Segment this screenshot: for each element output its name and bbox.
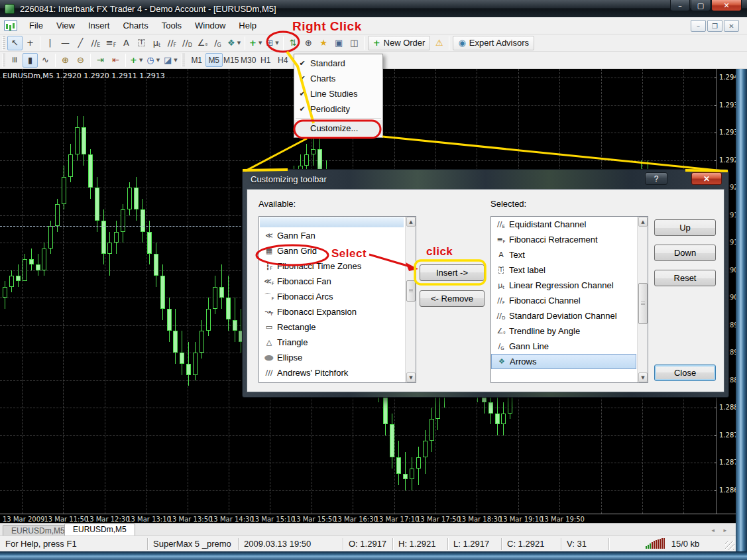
available-item-ellipse[interactable]: ●Ellipse	[259, 350, 404, 365]
fibonacci-retracement-button[interactable]: ≡F	[103, 36, 119, 50]
selected-item-fibonacci-retracement[interactable]: ≡FFibonacci Retracement	[491, 232, 636, 247]
chart-profiles-dropdown-icon[interactable]: ▼	[275, 40, 278, 46]
remove-button[interactable]: <- Remove	[420, 290, 485, 307]
up-button[interactable]: Up	[654, 219, 716, 236]
mdi-close-button[interactable]: ✕	[724, 20, 739, 32]
arrows-dropdown-icon[interactable]: ▼	[237, 40, 241, 46]
periodicity-m1-button[interactable]: M1	[188, 53, 205, 67]
periodicity-m15-button[interactable]: M15	[223, 53, 240, 67]
selected-item-standard-deviation-channel[interactable]: //DStandard Deviation Channel	[491, 308, 636, 323]
linear-regression-channel-button[interactable]: μt	[149, 36, 164, 50]
crosshair-target-button[interactable]: ⊕	[301, 36, 316, 50]
selected-item-arrows[interactable]: ❖Arrows	[491, 354, 636, 369]
toolbar-grip[interactable]	[182, 54, 185, 67]
periodicity-m5-button[interactable]: M5	[205, 53, 223, 67]
crosshair-button[interactable]: +	[23, 36, 38, 50]
dialog-help-button[interactable]: ?	[645, 172, 667, 185]
warning-button[interactable]: ⚠	[431, 36, 447, 50]
selected-item-equidistant-channel[interactable]: //EEquidistant Channel	[491, 217, 636, 232]
context-menu-item-charts[interactable]: ✔Charts	[294, 71, 382, 86]
menu-item-window[interactable]: Window	[188, 18, 232, 33]
gann-line-button[interactable]: /G	[210, 36, 225, 50]
horizontal-line-button[interactable]: —	[58, 36, 73, 50]
expert-advisors-button[interactable]: ◉Expert Advisors	[453, 36, 534, 50]
insert-button[interactable]: Insert ->	[420, 264, 485, 281]
chart-profiles-button[interactable]: ⊞▼	[264, 36, 280, 50]
maximize-button[interactable]: ▢	[691, 0, 711, 11]
fibonacci-channel-button[interactable]: //F	[164, 36, 180, 50]
periods-clock-button[interactable]: ◷▼	[144, 53, 162, 68]
available-item-gann-fan[interactable]: ≪Gann Fan	[259, 228, 404, 243]
templates-button[interactable]: ◪▼	[162, 53, 180, 68]
text-label-button[interactable]: T	[134, 36, 149, 50]
available-item-fibonacci-arcs[interactable]: ⌒FFibonacci Arcs	[259, 289, 404, 304]
scroll-down-icon[interactable]: ▼	[406, 372, 416, 382]
selected-item-fibonacci-channel[interactable]: //FFibonacci Channel	[491, 293, 636, 308]
selected-listbox[interactable]: //EEquidistant Channel≡FFibonacci Retrac…	[490, 216, 648, 383]
context-menu-item-periodicity[interactable]: ✔Periodicity	[294, 101, 382, 117]
trendline-button[interactable]: ╱	[73, 36, 88, 50]
cursor-button[interactable]: ↖	[7, 36, 23, 50]
candlestick-chart-button[interactable]: ▮	[23, 53, 38, 68]
periodicity-h4-button[interactable]: H4	[274, 53, 292, 67]
menu-item-insert[interactable]: Insert	[82, 18, 117, 33]
bar-chart-button[interactable]: ≡	[7, 53, 23, 68]
toolbar-grip[interactable]	[2, 54, 5, 67]
trendline-by-angle-button[interactable]: ∠º	[195, 36, 210, 50]
new-chart-dropdown-icon[interactable]: ▼	[259, 40, 262, 46]
mdi-minimize-button[interactable]: –	[691, 20, 706, 32]
periodicity-h1-button[interactable]: H1	[257, 53, 274, 67]
menu-item-help[interactable]: Help	[232, 18, 263, 33]
selected-item-gann-line[interactable]: /GGann Line	[491, 339, 636, 354]
toolbar-grip[interactable]	[2, 36, 5, 50]
time-axis[interactable]: 13 Mar 200913 Mar 11:5013 Mar 12:3013 Ma…	[0, 514, 736, 523]
mdi-restore-button[interactable]: ❐	[707, 20, 722, 32]
line-chart-button[interactable]: ∿	[38, 53, 53, 68]
equidistant-channel-button[interactable]: //E	[88, 36, 103, 50]
selected-scrollbar[interactable]: ▲ ▼	[637, 217, 648, 382]
available-item-rectangle[interactable]: ▭Rectangle	[259, 319, 404, 335]
chart-shift-button[interactable]: ⇤	[108, 53, 123, 68]
tab-scroll-right-icon[interactable]: ▸	[723, 527, 726, 533]
zoom-in-button[interactable]: ⊕	[58, 53, 73, 68]
vertical-line-button[interactable]: |	[42, 36, 58, 50]
menu-item-file[interactable]: File	[23, 18, 50, 33]
menu-item-view[interactable]: View	[50, 18, 82, 33]
context-menu-item-line-studies[interactable]: ✔Line Studies	[294, 86, 382, 101]
listbox-filter-row[interactable]	[260, 217, 404, 227]
new-order-button[interactable]: +New Order	[368, 36, 431, 50]
chart-tab-2[interactable]: EURUSDm,M5	[64, 524, 135, 536]
auto-scroll-button[interactable]: ⇥	[93, 53, 108, 68]
resize-grip[interactable]	[725, 541, 734, 550]
periodicity-m30-button[interactable]: M30	[240, 53, 257, 67]
new-chart-button[interactable]: +▼	[247, 36, 264, 50]
available-item-triangle[interactable]: △Triangle	[259, 335, 404, 350]
periods-clock-dropdown-icon[interactable]: ▼	[156, 58, 160, 63]
menu-item-tools[interactable]: Tools	[155, 18, 188, 33]
minimize-button[interactable]: –	[670, 0, 690, 11]
available-item-fibonacci-expansion[interactable]: ↝FFibonacci Expansion	[259, 304, 404, 319]
available-item-fibonacci-time-zones[interactable]: ┇FFibonacci Time Zones	[259, 258, 404, 274]
selected-item-text[interactable]: AText	[491, 247, 636, 262]
context-menu-item-customize[interactable]: Customize...	[294, 120, 382, 136]
indicators-button[interactable]: +▼	[128, 53, 144, 68]
available-item-andrews-pitchfork[interactable]: ///Andrews' Pitchfork	[259, 365, 404, 380]
zoom-out-button[interactable]: ⊖	[73, 53, 88, 68]
tab-scroll-left-icon[interactable]: ◂	[711, 527, 715, 533]
favorites-button[interactable]: ★	[316, 36, 331, 50]
scroll-up-icon[interactable]: ▲	[638, 217, 648, 227]
journal-button[interactable]: ▣	[331, 36, 347, 50]
scroll-up-icon[interactable]: ▲	[406, 217, 416, 227]
available-listbox[interactable]: ≪Gann Fan▦Gann Grid┇FFibonacci Time Zone…	[259, 216, 416, 383]
menu-item-charts[interactable]: Charts	[116, 18, 154, 33]
indicators-dropdown-icon[interactable]: ▼	[139, 58, 143, 63]
selected-item-linear-regression-channel[interactable]: μtLinear Regression Channel	[491, 278, 636, 293]
scroll-down-icon[interactable]: ▼	[638, 372, 648, 382]
templates-dropdown-icon[interactable]: ▼	[174, 58, 177, 63]
text-button[interactable]: A	[119, 36, 134, 50]
available-scrollbar[interactable]: ▲ ▼	[405, 217, 416, 382]
available-item-fibonacci-fan[interactable]: ≪FFibonacci Fan	[259, 274, 404, 289]
arrows-up-down-button[interactable]: ⇅	[286, 36, 301, 50]
dialog-close-button[interactable]: ✕	[691, 172, 722, 185]
reset-button[interactable]: Reset	[654, 270, 716, 286]
